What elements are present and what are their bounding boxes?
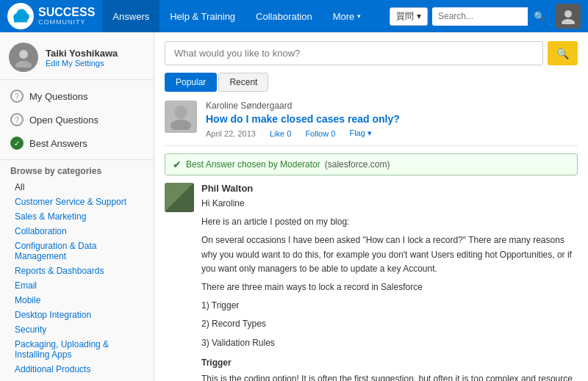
nav-collaboration[interactable]: Collaboration xyxy=(245,0,323,32)
browse-item-desktop[interactable]: Desktop Integration xyxy=(10,308,143,322)
nav-answers[interactable]: Answers xyxy=(102,0,159,32)
browse-section: Browse by categories All Customer Servic… xyxy=(0,160,154,380)
sidebar-navigation: ? My Questions ? Open Questions ✓ Best A… xyxy=(0,80,154,160)
svg-point-10 xyxy=(174,106,187,119)
top-search-input[interactable] xyxy=(432,8,528,24)
answer-author-avatar xyxy=(165,183,194,212)
answer-author-name: Phil Walton xyxy=(201,183,578,194)
svg-point-9 xyxy=(15,61,32,68)
browse-item-collaboration[interactable]: Collaboration xyxy=(10,224,143,239)
best-answers-icon: ✓ xyxy=(10,137,24,150)
user-name: Taiki Yoshikawa xyxy=(46,48,118,59)
answer-para1: On several occasions I have been asked "… xyxy=(201,233,578,276)
main-layout: Taiki Yoshikawa Edit My Settings ? My Qu… xyxy=(0,32,588,381)
user-avatar-top[interactable] xyxy=(556,4,581,29)
sidebar-item-best-answers[interactable]: ✓ Best Answers xyxy=(0,131,154,155)
question-date: April 22, 2013 xyxy=(206,129,256,138)
question-block: Karoline Søndergaard How do I make close… xyxy=(165,101,578,146)
svg-point-8 xyxy=(19,50,28,59)
nav-right: 質問 ▾ 🔍 xyxy=(390,4,581,29)
nav-more[interactable]: More ▾ xyxy=(323,0,372,32)
sidebar-item-open-questions[interactable]: ? Open Questions xyxy=(0,108,154,131)
brand-sub: COMMUNITY xyxy=(38,18,95,26)
answer-block: Phil Walton Hi Karoline Here is an artic… xyxy=(165,183,578,381)
user-settings-link[interactable]: Edit My Settings xyxy=(46,59,118,68)
moderator-site: (salesforce.com) xyxy=(325,159,390,170)
logo-area: SUCCESS COMMUNITY xyxy=(7,3,95,29)
tab-recent[interactable]: Recent xyxy=(218,73,268,92)
content-area: 🔍 Popular Recent Karoline Søndergaard Ho… xyxy=(154,32,588,381)
answer-para2: There are three main ways to lock a reco… xyxy=(201,280,578,294)
sidebar: Taiki Yoshikawa Edit My Settings ? My Qu… xyxy=(0,32,154,381)
language-button[interactable]: 質問 ▾ xyxy=(390,7,428,26)
answer-intro: Here is an article I posted on my blog: xyxy=(201,215,578,229)
question-meta: April 22, 2013 · Like 0 · Follow 0 · Fla… xyxy=(206,128,400,138)
browse-item-mobile[interactable]: Mobile xyxy=(10,293,143,308)
browse-item-sales-marketing[interactable]: Sales & Marketing xyxy=(10,209,143,224)
open-questions-icon: ? xyxy=(10,113,24,126)
browse-item-customer-service[interactable]: Customer Service & Support xyxy=(10,195,143,209)
question-author-avatar xyxy=(165,101,197,133)
question-author-name: Karoline Søndergaard xyxy=(206,101,400,111)
answer-section1-title: Trigger xyxy=(201,356,578,370)
answer-list3: 3) Validation Rules xyxy=(201,336,578,350)
question-follow[interactable]: Follow 0 xyxy=(305,129,335,138)
question-title[interactable]: How do I make closed cases read only? xyxy=(206,113,400,125)
browse-item-security[interactable]: Security xyxy=(10,322,143,337)
answer-list1: 1) Trigger xyxy=(201,299,578,313)
main-search-input[interactable] xyxy=(165,41,543,65)
answer-list2: 2) Record Types xyxy=(201,317,578,331)
browse-item-packaging[interactable]: Packaging, Uploading & Installing Apps xyxy=(10,337,143,362)
svg-point-7 xyxy=(562,19,575,24)
browse-item-reports[interactable]: Reports & Dashboards xyxy=(10,264,143,278)
top-navigation: SUCCESS COMMUNITY Answers Help & Trainin… xyxy=(0,0,588,32)
browse-item-additional[interactable]: Additional Products xyxy=(10,362,143,377)
best-answer-text: Best Answer chosen by Moderator xyxy=(186,159,320,170)
my-questions-icon: ? xyxy=(10,90,24,103)
svg-point-11 xyxy=(171,120,191,130)
nav-help-training[interactable]: Help & Training xyxy=(159,0,245,32)
best-answer-check-icon: ✔ xyxy=(173,159,182,170)
answer-greeting: Hi Karoline xyxy=(201,197,578,211)
user-avatar-sidebar xyxy=(9,43,38,72)
main-search-button[interactable]: 🔍 xyxy=(548,41,578,65)
answer-body: Hi Karoline Here is an article I posted … xyxy=(201,197,578,381)
browse-item-config-data[interactable]: Configuration & Data Management xyxy=(10,239,143,264)
svg-point-5 xyxy=(21,14,27,20)
question-flag[interactable]: Flag ▾ xyxy=(349,128,371,138)
question-like[interactable]: Like 0 xyxy=(270,129,291,138)
salesforce-logo xyxy=(7,3,34,29)
nav-items: Answers Help & Training Collaboration Mo… xyxy=(102,0,390,32)
user-section: Taiki Yoshikawa Edit My Settings xyxy=(0,32,154,80)
top-search-button[interactable]: 🔍 xyxy=(528,7,551,26)
tab-popular[interactable]: Popular xyxy=(165,73,217,92)
browse-item-all[interactable]: All xyxy=(10,180,143,195)
main-search-area: 🔍 xyxy=(165,41,578,65)
svg-point-6 xyxy=(564,10,572,18)
answer-section1-text: This is the coding option! It is often t… xyxy=(201,372,578,381)
svg-point-4 xyxy=(14,14,21,21)
best-answer-banner: ✔ Best Answer chosen by Moderator (sales… xyxy=(165,153,578,175)
browse-title: Browse by categories xyxy=(10,166,143,176)
top-search: 🔍 xyxy=(432,7,551,26)
more-arrow: ▾ xyxy=(357,12,361,20)
browse-list: All Customer Service & Support Sales & M… xyxy=(10,180,143,377)
answer-content: Phil Walton Hi Karoline Here is an artic… xyxy=(201,183,578,381)
browse-item-email[interactable]: Email xyxy=(10,278,143,293)
tabs: Popular Recent xyxy=(165,73,578,92)
brand-name: SUCCESS xyxy=(38,7,95,18)
sidebar-item-my-questions[interactable]: ? My Questions xyxy=(0,84,154,108)
